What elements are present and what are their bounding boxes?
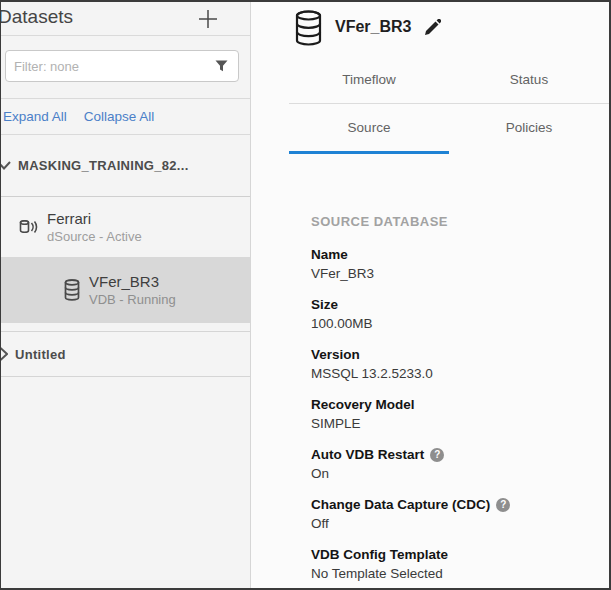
section-title: SOURCE DATABASE [311,214,589,229]
tree-item-status: dSource - Active [47,229,142,244]
field-recovery-model: Recovery Model SIMPLE [311,396,589,433]
field-name: Name VFer_BR3 [311,246,589,283]
field-value: SIMPLE [311,414,589,433]
field-value: 100.00MB [311,314,589,333]
tree-item-vfer-br3[interactable]: VFer_BR3 VDB - Running [1,257,250,323]
field-label: Auto VDB Restart ? [311,446,589,464]
tree-item-status: VDB - Running [89,292,176,307]
tree-item-title: VFer_BR3 [89,273,176,290]
tree-group-label: Untitled [15,347,66,362]
tab-timeflow[interactable]: Timeflow [289,56,449,103]
field-label: VDB Config Template [311,546,589,564]
source-tab-content: SOURCE DATABASE Name VFer_BR3 Size 100.0… [251,154,609,583]
tree-group-masking-training[interactable]: MASKING_TRAINING_82... [1,135,250,197]
field-label: Version [311,346,589,364]
detail-header: VFer_BR3 [251,2,609,54]
pencil-icon[interactable] [423,19,441,37]
tree-group-untitled[interactable]: Untitled [1,331,250,377]
field-value: MSSQL 13.2.5233.0 [311,364,589,383]
field-value: VFer_BR3 [311,264,589,283]
field-value: No Template Selected [311,564,589,583]
detail-panel: VFer_BR3 Timeflow Status Source Policies… [251,2,609,588]
field-label: Size [311,296,589,314]
tab-bar-bottom: Source Policies [289,104,609,154]
tree-item-ferrari[interactable]: Ferrari dSource - Active [1,197,250,257]
field-version: Version MSSQL 13.2.5233.0 [311,346,589,383]
tree-item-title: Ferrari [47,210,142,227]
help-icon[interactable]: ? [496,498,510,512]
field-value: On [311,464,589,483]
tab-source[interactable]: Source [289,104,449,154]
field-value: Off [311,514,589,533]
plus-icon [198,9,218,29]
field-auto-vdb-restart: Auto VDB Restart ? On [311,446,589,483]
field-label: Change Data Capture (CDC) ? [311,496,589,514]
chevron-right-icon [1,347,8,361]
field-label-text: Change Data Capture (CDC) [311,496,490,514]
field-cdc: Change Data Capture (CDC) ? Off [311,496,589,533]
detail-title: VFer_BR3 [335,18,411,36]
funnel-icon[interactable] [215,60,228,72]
tree-group-label: MASKING_TRAINING_82... [18,158,189,173]
vdb-icon [64,279,80,301]
filter-input[interactable] [5,50,239,82]
tab-status[interactable]: Status [449,56,609,103]
expand-all-link[interactable]: Expand All [3,109,67,124]
field-label: Name [311,246,589,264]
tab-policies[interactable]: Policies [449,104,609,154]
field-vdb-config-template: VDB Config Template No Template Selected [311,546,589,583]
datasets-sidebar: Datasets Expand All Collapse All [1,2,251,588]
collapse-all-link[interactable]: Collapse All [84,109,155,124]
field-label-text: Auto VDB Restart [311,446,424,464]
tree-controls: Expand All Collapse All [1,99,250,135]
app-window: Datasets Expand All Collapse All [0,0,611,590]
field-size: Size 100.00MB [311,296,589,333]
tab-bar-top: Timeflow Status [289,56,609,104]
dsource-icon [19,219,38,236]
field-label: Recovery Model [311,396,589,414]
database-icon [295,10,322,46]
chevron-down-icon [1,161,11,170]
sidebar-header: Datasets [1,2,250,36]
help-icon[interactable]: ? [430,448,444,462]
add-dataset-button[interactable] [198,9,218,29]
filter-section [1,36,250,99]
